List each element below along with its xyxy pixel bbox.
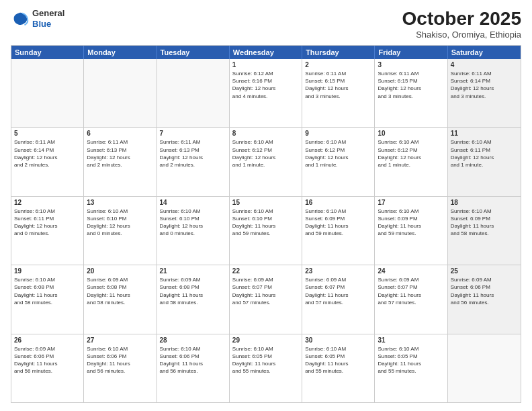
calendar-row: 26Sunrise: 6:09 AM Sunset: 6:06 PM Dayli… — [11, 334, 521, 402]
day-info: Sunrise: 6:10 AM Sunset: 6:12 PM Dayligh… — [305, 138, 371, 169]
day-number: 31 — [378, 336, 444, 344]
day-number: 17 — [378, 199, 444, 206]
day-number: 23 — [305, 267, 371, 275]
calendar-cell: 22Sunrise: 6:09 AM Sunset: 6:07 PM Dayli… — [230, 265, 302, 333]
calendar-cell: 20Sunrise: 6:09 AM Sunset: 6:08 PM Dayli… — [84, 265, 157, 333]
day-number: 21 — [160, 267, 226, 275]
calendar-cell: 17Sunrise: 6:10 AM Sunset: 6:09 PM Dayli… — [375, 197, 447, 265]
weekday-header: Saturday — [448, 46, 521, 59]
calendar-cell: 19Sunrise: 6:10 AM Sunset: 6:08 PM Dayli… — [11, 265, 84, 333]
calendar-cell: 4Sunrise: 6:11 AM Sunset: 6:14 PM Daylig… — [448, 59, 521, 127]
calendar-header: SundayMondayTuesdayWednesdayThursdayFrid… — [11, 46, 521, 59]
day-number: 5 — [14, 130, 81, 137]
day-number: 28 — [160, 336, 226, 344]
calendar-cell: 7Sunrise: 6:11 AM Sunset: 6:13 PM Daylig… — [157, 128, 230, 195]
weekday-header: Friday — [375, 46, 447, 59]
day-number: 1 — [232, 61, 299, 68]
day-info: Sunrise: 6:10 AM Sunset: 6:11 PM Dayligh… — [451, 138, 518, 169]
calendar-cell: 26Sunrise: 6:09 AM Sunset: 6:06 PM Dayli… — [11, 334, 84, 402]
day-number: 19 — [14, 267, 81, 275]
day-number: 6 — [87, 130, 153, 137]
day-number: 8 — [232, 130, 299, 137]
calendar-cell: 11Sunrise: 6:10 AM Sunset: 6:11 PM Dayli… — [448, 128, 521, 195]
calendar-cell — [157, 59, 230, 127]
day-info: Sunrise: 6:10 AM Sunset: 6:10 PM Dayligh… — [232, 208, 299, 238]
calendar-cell: 23Sunrise: 6:09 AM Sunset: 6:07 PM Dayli… — [302, 265, 375, 333]
day-info: Sunrise: 6:10 AM Sunset: 6:06 PM Dayligh… — [87, 345, 153, 375]
calendar-cell: 28Sunrise: 6:10 AM Sunset: 6:06 PM Dayli… — [157, 334, 230, 402]
day-number: 2 — [305, 61, 371, 68]
calendar-cell: 14Sunrise: 6:10 AM Sunset: 6:10 PM Dayli… — [157, 197, 230, 265]
calendar-cell: 12Sunrise: 6:10 AM Sunset: 6:11 PM Dayli… — [11, 197, 84, 265]
day-number: 15 — [232, 199, 299, 206]
day-number: 10 — [378, 130, 444, 137]
weekday-header: Sunday — [11, 46, 84, 59]
weekday-header: Wednesday — [230, 46, 302, 59]
day-number: 29 — [232, 336, 299, 344]
calendar-cell: 21Sunrise: 6:09 AM Sunset: 6:08 PM Dayli… — [157, 265, 230, 333]
day-number: 25 — [451, 267, 518, 275]
calendar-cell: 29Sunrise: 6:10 AM Sunset: 6:05 PM Dayli… — [230, 334, 302, 402]
day-number: 11 — [451, 130, 518, 137]
month-title: October 2025 — [402, 8, 521, 30]
calendar-cell: 16Sunrise: 6:10 AM Sunset: 6:09 PM Dayli… — [302, 197, 375, 265]
calendar-cell: 3Sunrise: 6:11 AM Sunset: 6:15 PM Daylig… — [375, 59, 447, 127]
day-info: Sunrise: 6:09 AM Sunset: 6:06 PM Dayligh… — [14, 345, 81, 375]
calendar-cell: 8Sunrise: 6:10 AM Sunset: 6:12 PM Daylig… — [230, 128, 302, 195]
calendar-cell — [11, 59, 84, 127]
calendar-cell: 9Sunrise: 6:10 AM Sunset: 6:12 PM Daylig… — [302, 128, 375, 195]
day-number: 20 — [87, 267, 153, 275]
day-info: Sunrise: 6:10 AM Sunset: 6:12 PM Dayligh… — [232, 138, 299, 169]
weekday-header: Tuesday — [157, 46, 230, 59]
calendar-cell — [448, 334, 521, 402]
calendar-row: 1Sunrise: 6:12 AM Sunset: 6:16 PM Daylig… — [11, 59, 521, 128]
calendar-cell: 30Sunrise: 6:10 AM Sunset: 6:05 PM Dayli… — [302, 334, 375, 402]
day-info: Sunrise: 6:10 AM Sunset: 6:10 PM Dayligh… — [160, 208, 226, 238]
day-number: 16 — [305, 199, 371, 206]
day-number: 26 — [14, 336, 81, 344]
day-info: Sunrise: 6:10 AM Sunset: 6:12 PM Dayligh… — [378, 138, 444, 169]
day-info: Sunrise: 6:10 AM Sunset: 6:06 PM Dayligh… — [160, 345, 226, 375]
calendar-cell: 5Sunrise: 6:11 AM Sunset: 6:14 PM Daylig… — [11, 128, 84, 195]
logo-icon — [11, 9, 30, 28]
day-number: 3 — [378, 61, 444, 68]
calendar-cell: 10Sunrise: 6:10 AM Sunset: 6:12 PM Dayli… — [375, 128, 447, 195]
day-number: 24 — [378, 267, 444, 275]
day-info: Sunrise: 6:09 AM Sunset: 6:07 PM Dayligh… — [232, 276, 299, 306]
day-info: Sunrise: 6:11 AM Sunset: 6:14 PM Dayligh… — [451, 70, 518, 100]
calendar-cell: 1Sunrise: 6:12 AM Sunset: 6:16 PM Daylig… — [230, 59, 302, 127]
day-info: Sunrise: 6:12 AM Sunset: 6:16 PM Dayligh… — [232, 70, 299, 100]
day-info: Sunrise: 6:11 AM Sunset: 6:14 PM Dayligh… — [14, 138, 81, 169]
day-info: Sunrise: 6:10 AM Sunset: 6:05 PM Dayligh… — [305, 345, 371, 375]
day-info: Sunrise: 6:11 AM Sunset: 6:13 PM Dayligh… — [87, 138, 153, 169]
calendar-cell — [84, 59, 157, 127]
calendar-row: 5Sunrise: 6:11 AM Sunset: 6:14 PM Daylig… — [11, 128, 521, 196]
logo: General Blue — [11, 8, 64, 29]
day-number: 12 — [14, 199, 81, 206]
day-number: 13 — [87, 199, 153, 206]
calendar-cell: 24Sunrise: 6:09 AM Sunset: 6:07 PM Dayli… — [375, 265, 447, 333]
day-info: Sunrise: 6:10 AM Sunset: 6:05 PM Dayligh… — [378, 345, 444, 375]
logo-text: General Blue — [32, 8, 64, 29]
day-number: 22 — [232, 267, 299, 275]
calendar-row: 19Sunrise: 6:10 AM Sunset: 6:08 PM Dayli… — [11, 265, 521, 334]
calendar-cell: 2Sunrise: 6:11 AM Sunset: 6:15 PM Daylig… — [302, 59, 375, 127]
calendar-cell: 15Sunrise: 6:10 AM Sunset: 6:10 PM Dayli… — [230, 197, 302, 265]
day-info: Sunrise: 6:11 AM Sunset: 6:15 PM Dayligh… — [378, 70, 444, 100]
day-info: Sunrise: 6:10 AM Sunset: 6:10 PM Dayligh… — [87, 208, 153, 238]
day-info: Sunrise: 6:09 AM Sunset: 6:08 PM Dayligh… — [160, 276, 226, 306]
day-number: 7 — [160, 130, 226, 137]
day-info: Sunrise: 6:10 AM Sunset: 6:08 PM Dayligh… — [14, 276, 81, 306]
day-info: Sunrise: 6:09 AM Sunset: 6:08 PM Dayligh… — [87, 276, 153, 306]
calendar-cell: 13Sunrise: 6:10 AM Sunset: 6:10 PM Dayli… — [84, 197, 157, 265]
day-info: Sunrise: 6:10 AM Sunset: 6:11 PM Dayligh… — [14, 208, 81, 238]
day-info: Sunrise: 6:11 AM Sunset: 6:15 PM Dayligh… — [305, 70, 371, 100]
day-info: Sunrise: 6:09 AM Sunset: 6:06 PM Dayligh… — [451, 276, 518, 306]
calendar-cell: 27Sunrise: 6:10 AM Sunset: 6:06 PM Dayli… — [84, 334, 157, 402]
day-info: Sunrise: 6:09 AM Sunset: 6:07 PM Dayligh… — [305, 276, 371, 306]
calendar: SundayMondayTuesdayWednesdayThursdayFrid… — [11, 45, 521, 403]
day-info: Sunrise: 6:10 AM Sunset: 6:09 PM Dayligh… — [451, 208, 518, 238]
day-number: 9 — [305, 130, 371, 137]
day-info: Sunrise: 6:10 AM Sunset: 6:05 PM Dayligh… — [232, 345, 299, 375]
calendar-cell: 6Sunrise: 6:11 AM Sunset: 6:13 PM Daylig… — [84, 128, 157, 195]
